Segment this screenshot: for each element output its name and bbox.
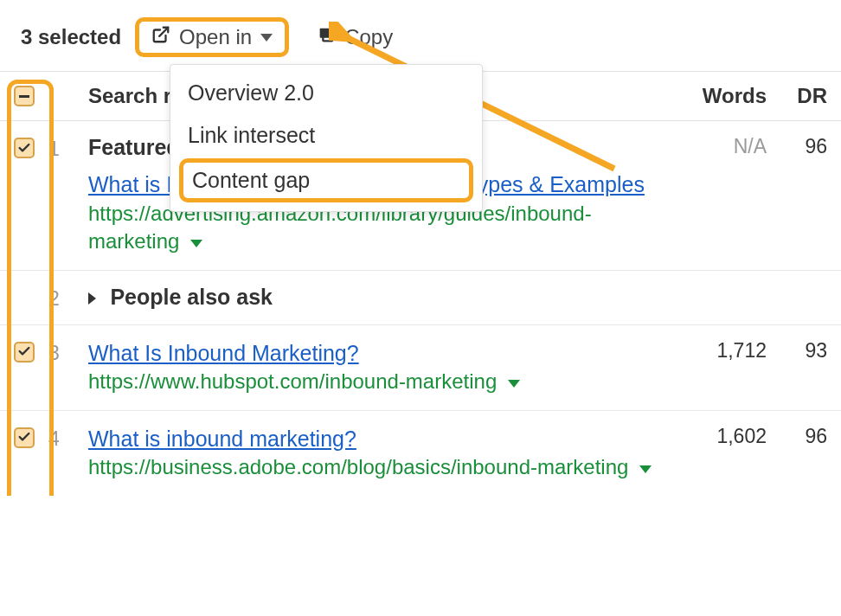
dropdown-item-content-gap[interactable]: Content gap (179, 158, 473, 202)
column-header-words[interactable]: Words (680, 84, 784, 108)
row-checkbox[interactable] (14, 138, 35, 158)
people-also-ask-label[interactable]: People also ask (110, 285, 273, 309)
dr-value: 96 (784, 425, 841, 448)
result-title-link[interactable]: What is inbound marketing? (88, 427, 356, 451)
row-number: 1 (48, 135, 80, 161)
words-value: 1,602 (680, 425, 784, 448)
table-row: 3 What Is Inbound Marketing? https://www… (0, 325, 841, 411)
words-value: 1,712 (680, 339, 784, 363)
svg-line-0 (159, 28, 168, 36)
dropdown-item-overview[interactable]: Overview 2.0 (170, 72, 482, 114)
check-icon (17, 426, 31, 449)
external-link-icon (151, 25, 170, 49)
dr-value: 93 (784, 339, 841, 363)
row-checkbox[interactable] (14, 427, 35, 448)
open-in-label: Open in (179, 25, 252, 49)
words-value: N/A (680, 135, 784, 158)
dropdown-item-link-intersect[interactable]: Link intersect (170, 114, 482, 157)
url-dropdown-icon[interactable] (190, 240, 202, 247)
open-in-dropdown: Overview 2.0 Link intersect Content gap (170, 64, 483, 212)
row-number: 2 (48, 285, 80, 311)
row-number: 3 (48, 339, 80, 365)
url-dropdown-icon[interactable] (508, 380, 520, 388)
svg-rect-2 (320, 29, 330, 38)
selected-count-label: 3 selected (21, 25, 121, 49)
expand-icon[interactable] (88, 292, 96, 305)
copy-icon (317, 25, 336, 49)
column-header-dr[interactable]: DR (784, 84, 841, 108)
toolbar: 3 selected Open in Copy (0, 0, 841, 71)
row-checkbox[interactable] (14, 342, 35, 363)
copy-button[interactable]: Copy (306, 20, 403, 55)
url-dropdown-icon[interactable] (639, 465, 652, 473)
table-row: 4 What is inbound marketing? https://bus… (0, 411, 841, 496)
open-in-button[interactable]: Open in (135, 17, 289, 57)
result-url[interactable]: https://www.hubspot.com/inbound-marketin… (88, 369, 497, 393)
row-number: 4 (48, 425, 80, 451)
check-icon (17, 137, 31, 160)
dr-value: 96 (784, 135, 841, 158)
chevron-down-icon (260, 34, 273, 42)
result-title-link[interactable]: What Is Inbound Marketing? (88, 341, 359, 365)
minus-icon (19, 95, 29, 98)
table-row: 2 People also ask (0, 271, 841, 325)
check-icon (17, 340, 31, 363)
select-all-checkbox[interactable] (14, 86, 35, 106)
result-url[interactable]: https://business.adobe.com/blog/basics/i… (88, 455, 628, 478)
copy-label: Copy (344, 25, 393, 49)
